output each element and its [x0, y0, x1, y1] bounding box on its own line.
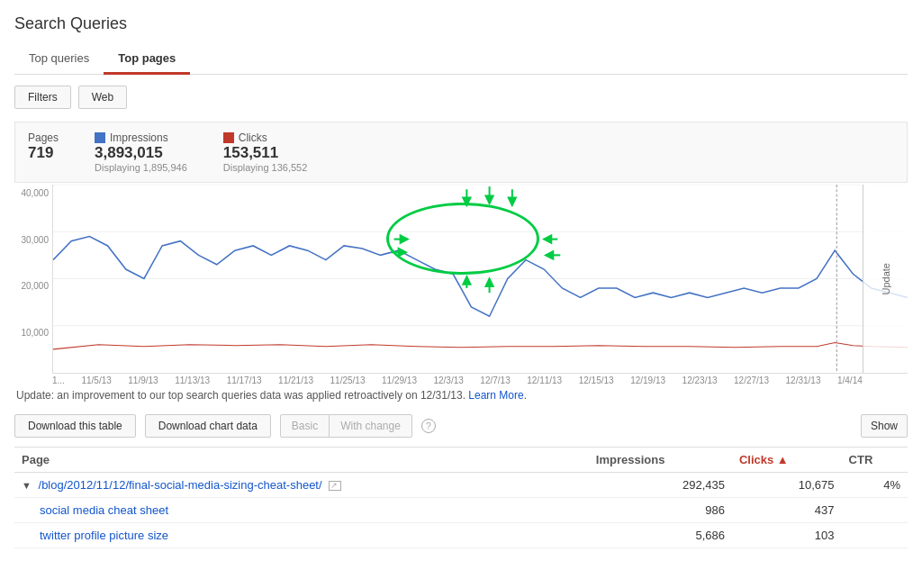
- filters-button[interactable]: Filters: [14, 86, 71, 109]
- row-page-1: ▼ /blog/2012/11/12/final-social-media-si…: [14, 473, 589, 498]
- download-chart-button[interactable]: Download chart data: [145, 414, 271, 438]
- chart-svg: [53, 185, 908, 373]
- show-button[interactable]: Show: [861, 414, 908, 438]
- external-link-icon[interactable]: [329, 481, 341, 491]
- table-row: ▼ /blog/2012/11/12/final-social-media-si…: [14, 473, 908, 498]
- clicks-value: 153,511: [223, 144, 308, 162]
- y-label-40k: 40,000: [14, 188, 49, 198]
- impressions-sub: Displaying 1,895,946: [95, 162, 187, 173]
- clicks-sub: Displaying 136,552: [223, 162, 308, 173]
- sub-page-link-2[interactable]: twitter profile picture size: [22, 529, 168, 542]
- toggle-group: Basic With change: [280, 414, 412, 438]
- y-label-20k: 20,000: [14, 281, 49, 291]
- chart-wrapper: 40,000 30,000 20,000 10,000: [14, 185, 908, 385]
- y-label-30k: 30,000: [14, 235, 49, 245]
- table-row: social media cheat sheet 986 437: [14, 498, 908, 523]
- row-clicks-2: 437: [732, 498, 842, 523]
- table-row: twitter profile picture size 5,686 103: [14, 523, 908, 548]
- impressions-value: 3,893,015: [95, 144, 187, 162]
- tabs-container: Top queries Top pages: [14, 44, 908, 75]
- row-ctr-2: [842, 498, 908, 523]
- basic-toggle[interactable]: Basic: [280, 414, 330, 438]
- page-link-1[interactable]: /blog/2012/11/12/final-social-media-sizi…: [39, 478, 322, 492]
- tab-top-queries[interactable]: Top queries: [14, 44, 104, 75]
- row-page-2: social media cheat sheet: [14, 498, 589, 523]
- expand-arrow[interactable]: ▼: [22, 480, 32, 491]
- filters-row: Filters Web: [14, 86, 908, 109]
- impressions-label: Impressions: [95, 131, 187, 144]
- with-change-toggle[interactable]: With change: [329, 414, 412, 438]
- pages-stat: Pages 719: [28, 131, 59, 173]
- page-title: Search Queries: [14, 14, 908, 33]
- update-note: Update: an improvement to our top search…: [14, 389, 908, 402]
- col-ctr: CTR: [842, 448, 908, 473]
- row-impressions-2: 986: [589, 498, 732, 523]
- row-ctr-3: [842, 523, 908, 548]
- download-table-button[interactable]: Download this table: [14, 414, 136, 438]
- tab-top-pages[interactable]: Top pages: [104, 44, 190, 75]
- web-button[interactable]: Web: [78, 86, 127, 109]
- table-actions: Download this table Download chart data …: [14, 414, 908, 438]
- pages-label: Pages: [28, 131, 59, 144]
- impressions-color-box: [95, 132, 105, 143]
- clicks-label: Clicks: [223, 131, 308, 144]
- x-axis-labels: 1... 11/5/13 11/9/13 11/13/13 11/17/13 1…: [14, 375, 908, 385]
- data-table: Page Impressions Clicks ▲ CTR ▼ /blog/20…: [14, 447, 908, 548]
- sub-page-link-1[interactable]: social media cheat sheet: [22, 503, 168, 517]
- row-clicks-1: 10,675: [732, 473, 842, 498]
- row-page-3: twitter profile picture size: [14, 523, 589, 548]
- learn-more-link[interactable]: Learn More: [468, 389, 523, 402]
- row-impressions-3: 5,686: [589, 523, 732, 548]
- col-clicks[interactable]: Clicks ▲: [732, 448, 842, 473]
- y-label-10k: 10,000: [14, 328, 49, 338]
- impressions-stat: Impressions 3,893,015 Displaying 1,895,9…: [95, 131, 187, 173]
- col-page: Page: [14, 448, 589, 473]
- stats-bar: Pages 719 Impressions 3,893,015 Displayi…: [14, 122, 908, 183]
- row-impressions-1: 292,435: [589, 473, 732, 498]
- update-label: Update: [881, 263, 891, 294]
- col-impressions: Impressions: [589, 448, 732, 473]
- clicks-color-box: [223, 132, 234, 143]
- row-clicks-3: 103: [732, 523, 842, 548]
- pages-value: 719: [28, 144, 59, 162]
- help-icon[interactable]: ?: [421, 419, 436, 433]
- row-ctr-1: 4%: [842, 473, 908, 498]
- clicks-stat: Clicks 153,511 Displaying 136,552: [223, 131, 308, 173]
